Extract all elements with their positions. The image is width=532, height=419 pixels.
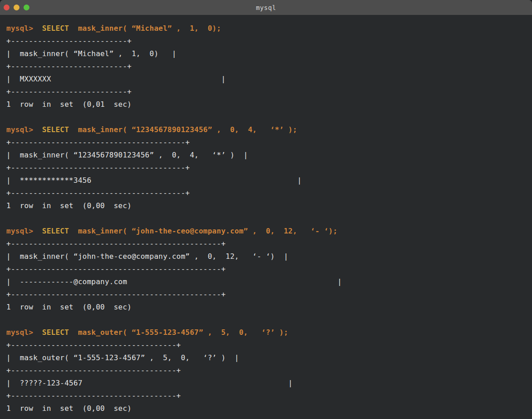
status-line: 1 row in set (0,00 sec) [6,200,532,212]
table-header-row: | mask_inner( “Michael” , 1, 0) | [6,48,532,60]
table-result-row: | MXXXXXX | [6,73,532,86]
table-border: +-------------------------------------+ [6,364,532,377]
mysql-prompt: mysql> [6,125,42,134]
prompt-line: mysql> SELECT mask_outer( “1-555-123-456… [6,326,532,339]
table-border: +-------------------------------------+ [6,390,532,402]
sql-query-text: mask_inner( “john-the-ceo@company.com” ,… [78,227,337,235]
table-border: +--------------------------+ [6,60,532,73]
sql-query-text: mask_inner( “1234567890123456” , 0, 4, ‘… [78,125,297,134]
traffic-lights [4,0,29,15]
table-border: +-------------------------------------+ [6,339,532,352]
table-border: +---------------------------------------… [6,238,532,250]
window-title: mysql [256,4,276,11]
mysql-prompt: mysql> [6,227,42,235]
table-border: +---------------------------------------… [6,136,532,149]
close-button[interactable] [4,5,10,10]
sql-keyword: SELECT [42,125,78,134]
mysql-prompt: mysql> [6,24,42,33]
table-header-row: | mask_inner( “john-the-ceo@company.com”… [6,250,532,263]
query-block-3: mysql> SELECT mask_inner( “john-the-ceo@… [6,225,532,314]
query-block-2: mysql> SELECT mask_inner( “1234567890123… [6,124,532,212]
query-block-4: mysql> SELECT mask_outer( “1-555-123-456… [6,326,532,415]
sql-query-text: mask_outer( “1-555-123-4567” , 5, 0, ‘?’… [78,328,288,337]
table-border: +---------------------------------------… [6,288,532,301]
prompt-line: mysql> SELECT mask_inner( “Michael” , 1,… [6,22,532,35]
table-result-row: | ?????-123-4567 | [6,377,532,390]
query-block-1: mysql> SELECT mask_inner( “Michael” , 1,… [6,22,532,111]
prompt-line: mysql> SELECT mask_inner( “john-the-ceo@… [6,225,532,238]
table-border: +---------------------------------------… [6,187,532,200]
mysql-prompt: mysql> [6,328,42,337]
table-border: +---------------------------------------… [6,162,532,174]
prompt-line: mysql> SELECT mask_inner( “1234567890123… [6,124,532,136]
table-header-row: | mask_outer( “1-555-123-4567” , 5, 0, ‘… [6,352,532,364]
sql-keyword: SELECT [42,227,78,235]
terminal-window: mysql mysql> SELECT mask_inner( “Michael… [0,0,532,419]
table-border: +---------------------------------------… [6,263,532,276]
terminal-content[interactable]: mysql> SELECT mask_inner( “Michael” , 1,… [0,15,532,415]
table-result-row: | ------------@company.com | [6,276,532,288]
table-result-row: | ************3456 | [6,174,532,187]
sql-keyword: SELECT [42,24,78,33]
status-line: 1 row in set (0,01 sec) [6,98,532,111]
status-line: 1 row in set (0,00 sec) [6,402,532,415]
sql-keyword: SELECT [42,328,78,337]
zoom-button[interactable] [24,5,29,10]
table-header-row: | mask_inner( “1234567890123456” , 0, 4,… [6,149,532,162]
window-titlebar[interactable]: mysql [0,0,532,15]
table-border: +--------------------------+ [6,86,532,98]
status-line: 1 row in set (0,00 sec) [6,301,532,314]
table-border: +--------------------------+ [6,35,532,48]
sql-query-text: mask_inner( “Michael” , 1, 0); [78,24,221,33]
minimize-button[interactable] [14,5,19,10]
